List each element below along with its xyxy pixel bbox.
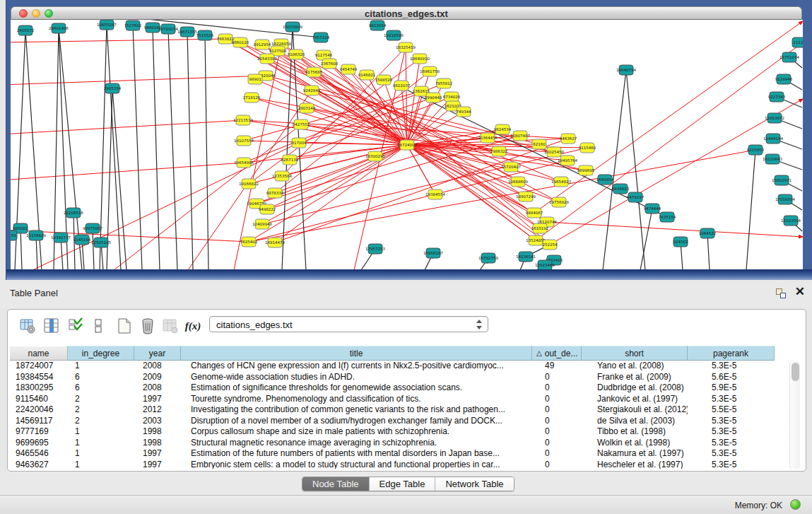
table-row[interactable]: 1456911722003Disruption of a novel membe… bbox=[10, 416, 804, 427]
cell[interactable]: Dudbridge et al. (2008) bbox=[582, 382, 688, 394]
citation-edge-red[interactable] bbox=[536, 42, 803, 240]
cell[interactable]: 19384554 bbox=[10, 372, 68, 383]
citation-edge[interactable] bbox=[205, 35, 208, 270]
cell[interactable]: 2 bbox=[68, 404, 134, 416]
cell[interactable]: Tibbo et al. (1998) bbox=[582, 426, 688, 438]
cell[interactable]: de Silva et al. (2003) bbox=[582, 416, 688, 427]
cell[interactable]: 2009 bbox=[134, 372, 181, 383]
cell[interactable]: 6 bbox=[68, 372, 134, 383]
select-columns-icon[interactable] bbox=[66, 316, 86, 336]
cell[interactable]: Hescheler et al. (1997) bbox=[582, 460, 688, 469]
table-row[interactable]: 946362711997Embryonic stem cells: a mode… bbox=[10, 460, 804, 469]
cell[interactable]: 0 bbox=[532, 426, 582, 438]
cell[interactable]: 22420046 bbox=[10, 404, 68, 416]
cell[interactable]: 5.5E-5 bbox=[688, 404, 775, 416]
cell[interactable]: Structural magnetic resonance image aver… bbox=[181, 438, 532, 449]
cell[interactable]: 1997 bbox=[134, 448, 181, 460]
citation-edge-red[interactable] bbox=[534, 21, 803, 213]
table-row[interactable]: 1830029562008Estimation of significance … bbox=[10, 382, 804, 394]
table-row[interactable]: 1938455462009Genome-wide association stu… bbox=[10, 372, 804, 383]
citation-network-graph[interactable]: 2405572206914061065528715276029466160107… bbox=[11, 20, 803, 270]
table-row[interactable]: 1872400712008Changes of HCN gene express… bbox=[10, 361, 804, 372]
cell[interactable]: 5.3E-5 bbox=[688, 438, 775, 449]
rows-icon[interactable] bbox=[88, 316, 108, 336]
cell[interactable]: 0 bbox=[532, 460, 582, 469]
table-row[interactable]: 911546021997Tourette syndrome. Phenomeno… bbox=[10, 394, 804, 405]
cell[interactable]: Genome-wide association studies in ADHD. bbox=[181, 372, 532, 383]
cell[interactable]: Investigating the contribution of common… bbox=[181, 404, 532, 416]
network-window-titlebar[interactable]: citations_edges.txt bbox=[11, 6, 802, 20]
table-row[interactable]: 2242004622012Investigating the contribut… bbox=[10, 404, 804, 416]
cell[interactable]: 5.9E-5 bbox=[688, 382, 775, 394]
citation-edge[interactable] bbox=[100, 25, 107, 270]
citation-edge[interactable] bbox=[168, 29, 177, 270]
citation-edge-red[interactable] bbox=[11, 76, 266, 85]
cell[interactable]: 5.3E-5 bbox=[688, 448, 775, 460]
close-panel-icon[interactable]: ✕ bbox=[795, 286, 805, 298]
cell[interactable]: Yano et al. (2008) bbox=[582, 361, 688, 372]
vertical-scrollbar[interactable] bbox=[789, 361, 800, 469]
cell[interactable]: 0 bbox=[532, 416, 582, 427]
cell[interactable]: 0 bbox=[532, 448, 582, 460]
cell[interactable]: 5.3E-5 bbox=[688, 361, 775, 372]
citation-edge-red[interactable] bbox=[296, 54, 547, 222]
table-chooser-dropdown[interactable]: citations_edges.txt bbox=[209, 316, 488, 332]
function-builder-icon[interactable]: f(x) bbox=[183, 316, 203, 336]
cell[interactable]: 1997 bbox=[134, 394, 181, 405]
delete-icon[interactable] bbox=[138, 316, 158, 336]
table-row[interactable]: 946554611997Estimation of the future num… bbox=[10, 448, 804, 460]
cell[interactable]: 5.3E-5 bbox=[688, 460, 775, 469]
tab-network-table[interactable]: Network Table bbox=[435, 477, 513, 491]
citation-edge-red[interactable] bbox=[11, 163, 244, 180]
network-graph-canvas[interactable]: 2405572206914061065528715276029466160107… bbox=[11, 20, 803, 270]
citation-edge-red[interactable] bbox=[225, 39, 534, 213]
citation-edge[interactable] bbox=[153, 28, 160, 270]
cell[interactable]: 5.6E-5 bbox=[688, 372, 775, 383]
cell[interactable]: 9777169 bbox=[10, 426, 68, 438]
cell[interactable]: 1 bbox=[68, 438, 134, 449]
cell[interactable]: 14569117 bbox=[10, 416, 68, 427]
cell[interactable]: Stergiakouli et al. (2012) bbox=[582, 404, 688, 416]
table-row[interactable]: 969969511998Structural magnetic resonanc… bbox=[10, 438, 804, 449]
float-panel-icon[interactable] bbox=[775, 288, 787, 299]
cell[interactable]: 2008 bbox=[134, 382, 181, 394]
new-column-icon[interactable] bbox=[114, 316, 134, 336]
cell[interactable]: 5.3E-5 bbox=[688, 394, 775, 405]
show-columns-icon[interactable] bbox=[42, 316, 61, 336]
cell[interactable]: 9115460 bbox=[10, 394, 68, 405]
tab-edge-table[interactable]: Edge Table bbox=[370, 477, 436, 491]
citation-edge[interactable] bbox=[626, 70, 645, 270]
cell[interactable]: 2 bbox=[68, 394, 134, 405]
cell[interactable]: 2 bbox=[68, 416, 134, 427]
cell[interactable]: Estimation of the future numbers of pati… bbox=[181, 448, 532, 460]
cell[interactable]: 9463627 bbox=[10, 460, 68, 469]
cell[interactable]: 5.3E-5 bbox=[688, 416, 775, 427]
column-header-pagerank[interactable]: pagerank bbox=[688, 346, 775, 361]
column-header-in_degree[interactable]: in_degree bbox=[68, 346, 134, 361]
citation-edge[interactable] bbox=[707, 233, 710, 270]
cell[interactable]: 2008 bbox=[134, 361, 181, 372]
cell[interactable]: 18724007 bbox=[10, 361, 68, 372]
cell[interactable]: Corpus callosum shape and size in male p… bbox=[181, 426, 532, 438]
cell[interactable]: Nakamura et al. (1997) bbox=[582, 448, 688, 460]
cell[interactable]: Estimation of significance thresholds fo… bbox=[181, 382, 532, 394]
cell[interactable]: 1997 bbox=[134, 460, 181, 469]
table-row[interactable]: 977716911998Corpus callosum shape and si… bbox=[10, 426, 804, 438]
cell[interactable]: Franke et al. (2009) bbox=[582, 372, 688, 383]
cell[interactable]: Tourette syndrome. Phenomenology and cla… bbox=[181, 394, 532, 405]
cell[interactable]: 9465546 bbox=[10, 448, 68, 460]
cell[interactable]: 2012 bbox=[134, 404, 181, 416]
cell[interactable]: 0 bbox=[532, 382, 582, 394]
column-header-year[interactable]: year bbox=[134, 346, 181, 361]
cell[interactable]: 1 bbox=[68, 448, 134, 460]
citation-edge-red[interactable] bbox=[547, 222, 803, 237]
citation-edge-red[interactable] bbox=[11, 39, 225, 42]
citation-edge-red[interactable] bbox=[11, 120, 243, 134]
cell[interactable]: 0 bbox=[532, 438, 582, 449]
table-settings-icon[interactable] bbox=[18, 316, 37, 336]
cell[interactable]: 1 bbox=[68, 460, 134, 469]
column-header-out_de[interactable]: △out_de... bbox=[532, 346, 582, 361]
cell[interactable]: 18300295 bbox=[10, 382, 68, 394]
cell[interactable]: 2003 bbox=[134, 416, 181, 427]
citation-edge[interactable] bbox=[20, 228, 22, 270]
